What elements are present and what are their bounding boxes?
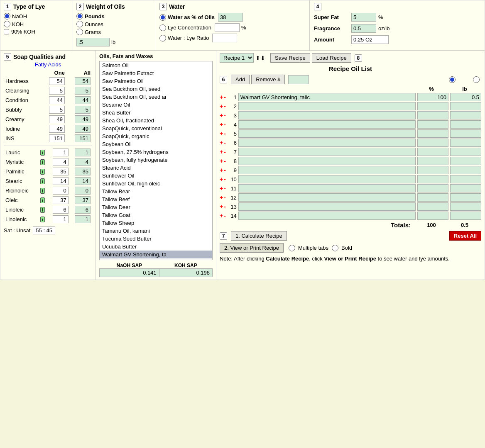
- ounces-label[interactable]: Ounces: [85, 21, 103, 27]
- fa-info-btn[interactable]: i: [37, 167, 48, 176]
- lb-input[interactable]: [450, 212, 481, 220]
- plus-btn[interactable]: +: [220, 203, 223, 210]
- oil-name-input[interactable]: [238, 102, 416, 110]
- reset-button[interactable]: Reset All: [449, 231, 481, 241]
- grams-label[interactable]: Grams: [85, 29, 101, 35]
- lb-input[interactable]: [450, 166, 481, 174]
- pct-input[interactable]: [417, 120, 448, 129]
- koh-label[interactable]: KOH: [12, 21, 24, 27]
- lye-conc-input[interactable]: [215, 23, 240, 32]
- oil-item[interactable]: Tallow Bear: [100, 187, 212, 195]
- oil-item[interactable]: SoapQuick, conventional: [100, 124, 212, 132]
- minus-btn[interactable]: -: [224, 94, 226, 100]
- oil-name-input[interactable]: [238, 193, 416, 202]
- fa-info-btn[interactable]: i: [37, 176, 48, 186]
- oil-name-input[interactable]: [238, 120, 416, 129]
- oil-item[interactable]: Sea Buckthorn Oil, seed ar: [100, 93, 212, 101]
- plus-btn[interactable]: +: [220, 176, 223, 183]
- remove-num-input[interactable]: [288, 75, 309, 84]
- plus-btn[interactable]: +: [220, 103, 223, 110]
- calculate-button[interactable]: 1. Calculate Recipe: [231, 231, 287, 241]
- lye-conc-label[interactable]: Lye Concentration: [168, 24, 211, 31]
- lb-input[interactable]: [450, 139, 481, 147]
- water-lye-label[interactable]: Water : Lye Ratio: [168, 35, 209, 41]
- oil-item[interactable]: SoapQuick, organic: [100, 132, 212, 140]
- lb-input[interactable]: [450, 111, 481, 119]
- oil-name-input[interactable]: [238, 148, 416, 156]
- pct-input[interactable]: [417, 202, 448, 211]
- oil-item[interactable]: Saw Palmetto Extract: [100, 69, 212, 77]
- minus-btn[interactable]: -: [224, 158, 226, 164]
- pounds-label[interactable]: Pounds: [85, 13, 105, 19]
- pct-input[interactable]: [417, 157, 448, 165]
- lb-input[interactable]: [450, 202, 481, 211]
- plus-btn[interactable]: +: [220, 121, 223, 128]
- plus-btn[interactable]: +: [220, 212, 223, 219]
- koh90-checkbox[interactable]: [4, 29, 9, 34]
- minus-btn[interactable]: -: [224, 203, 226, 210]
- pct-input[interactable]: [417, 111, 448, 119]
- oil-name-input[interactable]: [238, 129, 416, 138]
- lb-input[interactable]: [450, 184, 481, 192]
- oil-item[interactable]: Sesame Oil: [100, 101, 212, 109]
- lb-input[interactable]: [450, 129, 481, 138]
- plus-btn[interactable]: +: [220, 112, 223, 119]
- lb-input[interactable]: [450, 193, 481, 202]
- oil-item[interactable]: Soybean Oil: [100, 140, 212, 148]
- save-recipe-button[interactable]: Save Recipe: [270, 53, 310, 63]
- plus-btn[interactable]: +: [220, 194, 223, 201]
- minus-btn[interactable]: -: [224, 212, 226, 219]
- fragrance-input[interactable]: [351, 24, 376, 33]
- plus-btn[interactable]: +: [220, 185, 223, 192]
- oil-item[interactable]: Ucuuba Butter: [100, 243, 212, 251]
- water-pct-label[interactable]: Water as % of Oils: [168, 14, 215, 20]
- pct-input[interactable]: [417, 175, 448, 183]
- load-recipe-button[interactable]: Load Recipe: [312, 53, 351, 63]
- weight-input[interactable]: [76, 38, 110, 46]
- oil-item[interactable]: Saw Palmetto Oil: [100, 77, 212, 85]
- pct-input[interactable]: [417, 184, 448, 192]
- fa-info-btn[interactable]: i: [37, 148, 48, 157]
- oil-item[interactable]: Soybean, 27.5% hydrogens: [100, 148, 212, 156]
- oil-item[interactable]: Tallow Beef: [100, 195, 212, 203]
- minus-btn[interactable]: -: [224, 121, 226, 128]
- oil-name-input[interactable]: [238, 139, 416, 147]
- plus-btn[interactable]: +: [220, 167, 223, 173]
- minus-btn[interactable]: -: [224, 112, 226, 119]
- naoh-label[interactable]: NaOH: [12, 13, 27, 19]
- lb-input[interactable]: [450, 102, 481, 110]
- plus-btn[interactable]: +: [220, 94, 223, 100]
- oil-item[interactable]: Walmart GV Shortening, ta: [100, 251, 212, 258]
- water-pct-input[interactable]: [218, 13, 243, 22]
- minus-btn[interactable]: -: [224, 103, 226, 110]
- fa-info-btn[interactable]: i: [37, 195, 48, 205]
- oil-item[interactable]: Shea Oil, fractionated: [100, 117, 212, 124]
- oil-name-input[interactable]: [238, 175, 416, 183]
- minus-btn[interactable]: -: [224, 194, 226, 201]
- oil-item[interactable]: Sunflower Oil, high oleic: [100, 180, 212, 187]
- oil-name-input[interactable]: [238, 184, 416, 192]
- oil-item[interactable]: Tallow Goat: [100, 211, 212, 219]
- pct-input[interactable]: [417, 212, 448, 220]
- oil-item[interactable]: Tucuma Seed Butter: [100, 235, 212, 243]
- lb-input[interactable]: [450, 175, 481, 183]
- oil-item[interactable]: Shea Butter: [100, 109, 212, 117]
- oil-item[interactable]: Stearic Acid: [100, 164, 212, 172]
- pct-input[interactable]: [417, 129, 448, 138]
- remove-button[interactable]: Remove #: [251, 75, 285, 84]
- pct-input[interactable]: [417, 166, 448, 174]
- oil-item[interactable]: Sunflower Oil: [100, 172, 212, 180]
- oil-item[interactable]: Walnut Oil: [100, 258, 212, 260]
- oil-item[interactable]: Sea Buckthorn Oil, seed: [100, 85, 212, 93]
- pct-input[interactable]: [417, 193, 448, 202]
- plus-btn[interactable]: +: [220, 158, 223, 164]
- fa-info-btn[interactable]: i: [37, 186, 48, 195]
- oil-item[interactable]: Salmon Oil: [100, 61, 212, 69]
- minus-btn[interactable]: -: [224, 149, 226, 155]
- oils-scroll[interactable]: Salmon OilSaw Palmetto ExtractSaw Palmet…: [99, 61, 213, 260]
- recipe-select[interactable]: Recipe 1 Recipe 2 Recipe 3: [220, 53, 254, 63]
- view-print-button[interactable]: 2. View or Print Recipe: [220, 243, 284, 253]
- pct-input[interactable]: [417, 102, 448, 110]
- fatty-acids-link[interactable]: Fatty Acids: [4, 61, 92, 68]
- fa-info-btn[interactable]: i: [37, 157, 48, 167]
